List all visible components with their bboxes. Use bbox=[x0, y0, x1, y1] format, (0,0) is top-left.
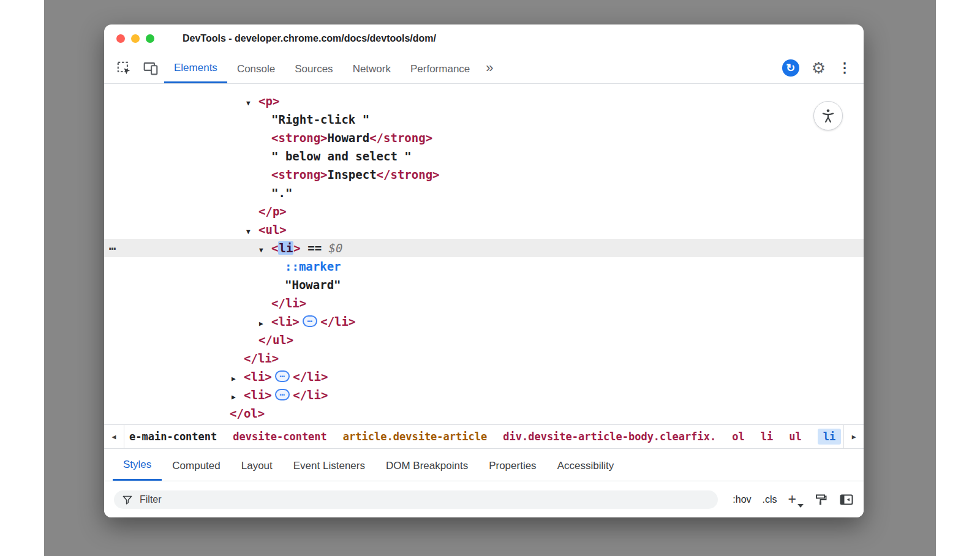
breadcrumb-item-li[interactable]: li bbox=[761, 430, 773, 443]
dom-token-hl: li bbox=[278, 241, 293, 255]
dom-token-tag: <ul> bbox=[258, 223, 287, 236]
dom-tree-node[interactable]: </li> bbox=[104, 294, 864, 312]
minimize-window-button[interactable] bbox=[131, 34, 140, 43]
breadcrumb-item-devsite-content[interactable]: devsite-content bbox=[233, 430, 327, 443]
new-style-rule-button[interactable]: + bbox=[788, 492, 802, 506]
collapsed-content-icon[interactable]: ⋯ bbox=[275, 370, 290, 382]
breadcrumb-item-li[interactable]: li bbox=[818, 429, 841, 445]
styles-toolbar: :hov .cls + bbox=[104, 481, 864, 517]
dom-tree-node[interactable]: </ul> bbox=[104, 331, 864, 349]
tab-event-listeners[interactable]: Event Listeners bbox=[283, 449, 375, 481]
dom-token-eq: == bbox=[301, 241, 329, 255]
collapsed-content-icon[interactable]: ⋯ bbox=[275, 389, 290, 400]
tab-sources[interactable]: Sources bbox=[285, 53, 342, 83]
dom-tree-node[interactable]: <strong>Howard</strong> bbox=[104, 129, 864, 147]
collapsed-content-icon[interactable]: ⋯ bbox=[303, 315, 317, 327]
titlebar: DevTools - developer.chrome.com/docs/dev… bbox=[104, 24, 864, 53]
dom-tree-node[interactable]: "Howard" bbox=[104, 276, 864, 294]
toolbar-right: ↻ ⚙ ⋮ bbox=[782, 53, 864, 83]
zoom-window-button[interactable] bbox=[146, 34, 154, 43]
plus-icon: + bbox=[788, 491, 796, 507]
devtools-window: DevTools - developer.chrome.com/docs/dev… bbox=[104, 24, 864, 517]
dom-tree-node[interactable]: "." bbox=[104, 184, 864, 202]
kebab-menu-icon[interactable]: ⋮ bbox=[838, 61, 851, 75]
node-options-icon[interactable]: ⋯ bbox=[109, 239, 116, 257]
dom-tree-node[interactable]: ▶<li>⋯</li> bbox=[104, 367, 864, 386]
dom-token-tag: <li> bbox=[244, 388, 272, 402]
dom-tree-node[interactable]: </li> bbox=[104, 349, 864, 367]
dom-tree-node[interactable]: ▼<ul> bbox=[104, 220, 864, 239]
filter-field[interactable] bbox=[114, 490, 718, 509]
dom-token-tag: <li> bbox=[271, 315, 300, 328]
dom-tree-node[interactable]: ⋯▼<li> == $0 bbox=[104, 239, 864, 257]
breadcrumb: ◀ e-main-contentdevsite-contentarticle.d… bbox=[104, 424, 864, 448]
accessibility-button[interactable] bbox=[813, 101, 843, 130]
dom-token-text: Howard bbox=[328, 131, 370, 145]
dom-tree-node[interactable]: ▶<li>⋯</li> bbox=[104, 312, 864, 331]
dom-token-text: "." bbox=[271, 186, 292, 200]
dom-token-tag: </li> bbox=[293, 388, 328, 402]
dom-tree-node[interactable]: ▼<p> bbox=[104, 92, 864, 110]
dom-token-text: "Right-click " bbox=[271, 113, 369, 126]
dom-tree-node[interactable]: ::marker bbox=[104, 257, 864, 276]
dom-token-text: " below and select " bbox=[271, 149, 412, 163]
inspect-element-icon[interactable] bbox=[110, 53, 137, 83]
breadcrumb-items: e-main-contentdevsite-contentarticle.dev… bbox=[124, 425, 843, 448]
filter-input[interactable] bbox=[138, 494, 710, 506]
clipped-dom-line: ::marker bbox=[104, 84, 864, 92]
dom-token-text: "Howard" bbox=[285, 278, 341, 291]
dropdown-caret-icon bbox=[797, 504, 804, 508]
device-toolbar-icon[interactable] bbox=[137, 53, 164, 83]
breadcrumb-item-e-main-content[interactable]: e-main-content bbox=[129, 430, 217, 443]
dom-token-tag: <p> bbox=[258, 94, 279, 108]
dom-token-text: Inspect bbox=[328, 168, 377, 181]
dom-token-tag: < bbox=[271, 241, 278, 255]
dom-tree-node[interactable]: </ol> bbox=[104, 404, 864, 423]
dom-token-tag: </strong> bbox=[377, 168, 440, 181]
dom-tree-node[interactable]: <strong>Inspect</strong> bbox=[104, 165, 864, 184]
tab-styles[interactable]: Styles bbox=[113, 449, 162, 481]
dom-token-marker: ::marker bbox=[285, 260, 341, 273]
tab-accessibility[interactable]: Accessibility bbox=[547, 449, 625, 481]
breadcrumb-back-button[interactable]: ◀ bbox=[104, 425, 124, 448]
dom-token-tag: </li> bbox=[244, 351, 279, 365]
accessibility-person-icon bbox=[820, 108, 836, 124]
panel-tabbar: ElementsConsoleSourcesNetworkPerformance bbox=[164, 53, 480, 83]
dom-token-tag: <strong> bbox=[271, 131, 328, 145]
filter-funnel-icon bbox=[121, 494, 134, 506]
tab-network[interactable]: Network bbox=[343, 53, 401, 83]
dom-token-tag: </li> bbox=[271, 296, 306, 310]
dom-tree-node[interactable]: " below and select " bbox=[104, 147, 864, 165]
tab-layout[interactable]: Layout bbox=[231, 449, 283, 481]
dock-panel-icon[interactable] bbox=[839, 492, 854, 507]
tab-console[interactable]: Console bbox=[227, 53, 285, 83]
breadcrumb-forward-button[interactable]: ▶ bbox=[843, 425, 864, 448]
toggle-element-state-button[interactable]: :hov bbox=[733, 494, 751, 505]
settings-gear-icon[interactable]: ⚙ bbox=[812, 60, 826, 76]
traffic-lights bbox=[104, 34, 154, 43]
breadcrumb-item-article-devsite-article[interactable]: article.devsite-article bbox=[343, 430, 487, 443]
format-paint-icon[interactable] bbox=[813, 492, 828, 507]
dom-tree-node[interactable]: "Right-click " bbox=[104, 110, 864, 129]
extension-icon[interactable]: ↻ bbox=[782, 59, 799, 77]
dom-token-tag: </strong> bbox=[369, 131, 432, 145]
dom-tree-node[interactable]: ▶<li>⋯</li> bbox=[104, 386, 864, 404]
tab-computed[interactable]: Computed bbox=[162, 449, 230, 481]
dom-tree-node[interactable]: </p> bbox=[104, 202, 864, 220]
tab-properties[interactable]: Properties bbox=[478, 449, 546, 481]
dom-token-tag: <li> bbox=[244, 370, 272, 383]
tab-dom-breakpoints[interactable]: DOM Breakpoints bbox=[375, 449, 478, 481]
breadcrumb-item-div-devsite-article-body-clearfix-[interactable]: div.devsite-article-body.clearfix. bbox=[503, 430, 716, 443]
dom-token-tag: </ul> bbox=[258, 333, 293, 347]
more-tabs-icon[interactable]: » bbox=[480, 53, 499, 83]
styles-tabbar: StylesComputedLayoutEvent ListenersDOM B… bbox=[104, 448, 864, 481]
breadcrumb-item-ul[interactable]: ul bbox=[789, 430, 801, 443]
tab-elements[interactable]: Elements bbox=[164, 53, 227, 83]
close-window-button[interactable] bbox=[116, 34, 125, 43]
breadcrumb-item-ol[interactable]: ol bbox=[732, 430, 744, 443]
toggle-class-button[interactable]: .cls bbox=[763, 494, 777, 505]
tab-performance[interactable]: Performance bbox=[401, 53, 480, 83]
dom-token-tag: </ol> bbox=[230, 407, 265, 420]
window-title: DevTools - developer.chrome.com/docs/dev… bbox=[183, 33, 436, 44]
main-toolbar: ElementsConsoleSourcesNetworkPerformance… bbox=[104, 53, 864, 84]
